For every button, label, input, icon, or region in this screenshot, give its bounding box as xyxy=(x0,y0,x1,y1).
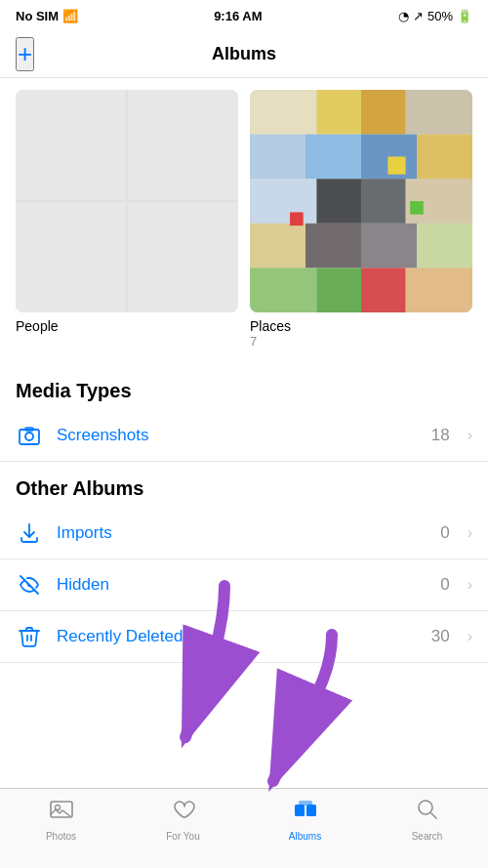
svg-point-34 xyxy=(419,801,432,814)
people-cell-3 xyxy=(16,202,126,312)
svg-rect-13 xyxy=(250,224,305,269)
svg-rect-15 xyxy=(361,224,417,269)
tab-photos-label: Photos xyxy=(46,831,76,842)
svg-rect-9 xyxy=(250,179,316,224)
people-album[interactable]: People xyxy=(16,90,238,349)
camera-icon xyxy=(16,422,43,449)
svg-rect-32 xyxy=(306,805,316,816)
battery-icon: 🔋 xyxy=(457,9,472,23)
recently-deleted-chevron: › xyxy=(468,628,472,645)
page-title: Albums xyxy=(212,44,276,64)
svg-rect-6 xyxy=(305,135,361,180)
svg-rect-33 xyxy=(299,801,312,806)
people-label: People xyxy=(16,318,238,334)
hidden-chevron: › xyxy=(468,576,472,594)
recently-deleted-label: Recently Deleted xyxy=(57,627,418,646)
svg-rect-8 xyxy=(417,135,472,180)
hidden-label: Hidden xyxy=(57,575,427,595)
people-thumbnail xyxy=(16,90,238,312)
content-area: People xyxy=(0,78,488,788)
heart-icon xyxy=(171,797,196,828)
status-bar: No SIM 📶 9:16 AM ◔ ↗ 50% 🔋 xyxy=(0,0,488,31)
svg-rect-31 xyxy=(295,805,305,816)
eye-slash-icon xyxy=(16,571,43,599)
svg-rect-11 xyxy=(361,179,406,224)
recently-deleted-item[interactable]: Recently Deleted 30 › xyxy=(0,611,488,663)
svg-rect-18 xyxy=(316,268,361,312)
imports-count: 0 xyxy=(440,523,449,543)
people-cell-4 xyxy=(128,202,238,312)
svg-rect-20 xyxy=(406,268,472,312)
svg-rect-17 xyxy=(250,268,316,312)
imports-label: Imports xyxy=(57,523,427,543)
screenshots-chevron: › xyxy=(468,427,472,444)
svg-rect-4 xyxy=(406,90,472,135)
screenshots-count: 18 xyxy=(431,426,450,445)
screenshots-item[interactable]: Screenshots 18 › xyxy=(0,410,488,462)
battery-text: 50% xyxy=(427,9,453,23)
add-button[interactable]: + xyxy=(16,37,34,71)
tab-search-label: Search xyxy=(412,831,443,842)
carrier-text: No SIM xyxy=(16,9,59,23)
location-icon: ◔ xyxy=(398,9,409,23)
albums-grid: People xyxy=(0,78,488,364)
people-cell-2 xyxy=(128,90,238,200)
tab-for-you[interactable]: For You xyxy=(122,797,244,842)
svg-rect-3 xyxy=(361,90,406,135)
svg-rect-1 xyxy=(250,90,316,135)
imports-chevron: › xyxy=(468,524,472,542)
hidden-count: 0 xyxy=(440,575,449,595)
carrier-signal: No SIM 📶 xyxy=(16,9,78,23)
photo-icon xyxy=(49,797,74,828)
tab-bar: Photos For You Albums Search xyxy=(0,788,488,868)
tab-photos[interactable]: Photos xyxy=(0,797,122,842)
recently-deleted-count: 30 xyxy=(431,627,450,646)
albums-icon xyxy=(293,797,318,828)
other-albums-header: Other Albums xyxy=(0,462,488,508)
hidden-item[interactable]: Hidden 0 › xyxy=(0,559,488,611)
svg-rect-22 xyxy=(410,201,424,215)
svg-rect-5 xyxy=(250,135,305,180)
import-icon xyxy=(16,519,43,547)
places-mosaic-svg xyxy=(250,90,472,312)
header: + Albums xyxy=(0,31,488,78)
svg-rect-14 xyxy=(305,224,361,269)
status-time: 9:16 AM xyxy=(214,9,262,23)
wifi-icon: 📶 xyxy=(62,9,78,23)
svg-rect-2 xyxy=(316,90,361,135)
tab-albums-label: Albums xyxy=(289,831,321,842)
svg-rect-23 xyxy=(290,212,304,226)
places-thumbnail xyxy=(250,90,472,312)
svg-rect-10 xyxy=(316,179,361,224)
svg-point-25 xyxy=(25,433,33,440)
places-album[interactable]: Places 7 xyxy=(250,90,472,349)
svg-rect-21 xyxy=(387,156,405,174)
nav-icon: ↗ xyxy=(413,9,424,23)
places-count: 7 xyxy=(250,334,472,349)
tab-for-you-label: For You xyxy=(166,831,199,842)
imports-item[interactable]: Imports 0 › xyxy=(0,508,488,559)
tab-albums[interactable]: Albums xyxy=(244,797,366,842)
media-types-header: Media Types xyxy=(0,364,488,410)
tab-search[interactable]: Search xyxy=(366,797,488,842)
people-cell-1 xyxy=(16,90,126,200)
svg-rect-16 xyxy=(417,224,472,269)
screenshots-label: Screenshots xyxy=(57,426,418,445)
svg-rect-19 xyxy=(361,268,406,312)
trash-icon xyxy=(16,623,43,650)
search-icon xyxy=(415,797,440,828)
status-indicators: ◔ ↗ 50% 🔋 xyxy=(398,9,472,23)
places-label: Places xyxy=(250,318,472,334)
